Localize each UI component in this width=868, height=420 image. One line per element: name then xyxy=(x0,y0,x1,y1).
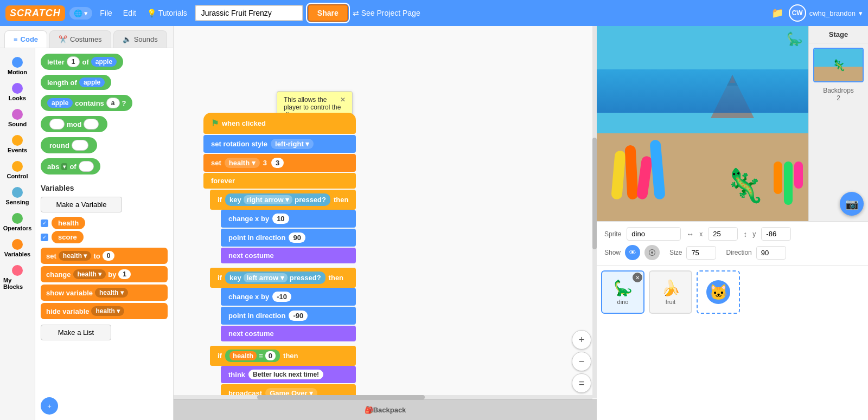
if-block-3[interactable]: if health = 0 then xyxy=(210,346,356,366)
edit-menu[interactable]: Edit xyxy=(120,9,139,17)
zoom-out-button[interactable]: − xyxy=(572,352,591,371)
block-show-variable[interactable]: show variable health ▾ xyxy=(41,285,168,301)
stage-backdrop-thumb[interactable]: 🦎 xyxy=(813,48,864,82)
block-contains[interactable]: apple contains a ? xyxy=(41,95,168,111)
health-cond-var[interactable]: health xyxy=(229,351,257,360)
sprite-name-input[interactable] xyxy=(627,227,681,241)
health-equals-block[interactable]: health = 0 xyxy=(225,350,280,362)
x-input[interactable] xyxy=(708,227,738,241)
if-block-2[interactable]: if key left arrow ▾ pressed? then xyxy=(210,268,356,288)
camera-icon[interactable]: 📷 xyxy=(840,192,864,216)
sidebar-item-sound[interactable]: Sound xyxy=(1,106,34,131)
block-letter-of[interactable]: letter 1 of apple xyxy=(41,54,168,70)
contains-a[interactable]: a xyxy=(106,98,120,108)
sidebar-item-control[interactable]: Control xyxy=(1,158,34,183)
three-value[interactable]: 3 xyxy=(271,158,284,168)
backpack-bar[interactable]: 🎒 Backpack xyxy=(174,399,597,420)
size-input[interactable] xyxy=(686,246,716,260)
sidebar-item-events[interactable]: Events xyxy=(1,132,34,157)
sidebar-item-myblocks[interactable]: My Blocks xyxy=(1,262,34,293)
right-arrow-dropdown[interactable]: right arrow ▾ xyxy=(244,195,293,204)
set-health-val[interactable]: 0 xyxy=(103,251,115,261)
key-sensing-block-1[interactable]: key right arrow ▾ pressed? xyxy=(225,193,330,206)
think-block[interactable]: think Better luck next time! xyxy=(221,366,356,383)
language-selector[interactable]: 🌐 ▾ xyxy=(69,7,93,20)
ghost-toggle-button[interactable]: ⦿ xyxy=(644,245,660,260)
score-variable-badge[interactable]: score xyxy=(52,231,84,243)
project-name-input[interactable] xyxy=(195,5,303,21)
neg-ten-value[interactable]: -10 xyxy=(272,292,291,302)
make-list-button[interactable]: Make a List xyxy=(41,325,111,340)
health-dropdown-block[interactable]: health ▾ xyxy=(225,158,260,168)
letter-value[interactable]: 1 xyxy=(67,56,80,67)
ninety-value[interactable]: 90 xyxy=(289,232,305,243)
set-rotation-block[interactable]: set rotation style left-right ▾ xyxy=(203,135,356,153)
set-health-dropdown[interactable]: health ▾ xyxy=(59,251,92,261)
sidebar-item-motion[interactable]: Motion xyxy=(1,54,34,79)
sprite-delete-dino[interactable]: ✕ xyxy=(633,273,642,282)
zoom-reset-button[interactable]: = xyxy=(572,373,591,393)
rotation-dropdown[interactable]: left-right ▾ xyxy=(271,139,314,149)
block-set-health[interactable]: set health ▾ to 0 xyxy=(41,248,168,264)
next-costume-1-block[interactable]: next costume xyxy=(221,248,356,263)
share-button[interactable]: Share xyxy=(308,4,348,22)
block-length-of[interactable]: length of apple xyxy=(41,75,168,90)
tutorials-link[interactable]: 💡 Tutorials xyxy=(144,9,190,17)
change-health-val[interactable]: 1 xyxy=(118,269,131,279)
mod-right[interactable] xyxy=(84,119,99,130)
point-direction-90-block[interactable]: point in direction 90 xyxy=(221,229,356,247)
ten-value[interactable]: 10 xyxy=(272,214,289,224)
block-mod[interactable]: mod xyxy=(41,116,168,132)
h-scrollbar-thumb[interactable] xyxy=(257,395,425,399)
cat-add-icon[interactable]: 🐱 xyxy=(706,280,730,304)
sprite-thumb-dino[interactable]: ✕ 🦕 dino xyxy=(601,270,644,314)
code-canvas[interactable]: ✕ This allows the player to control the … xyxy=(174,26,597,420)
show-toggle-button[interactable]: 👁 xyxy=(625,245,640,260)
block-change-health[interactable]: change health ▾ by 1 xyxy=(41,266,168,282)
add-extension-button[interactable]: + xyxy=(41,397,58,415)
set-health-to-3-block[interactable]: set health ▾ 3 3 xyxy=(203,154,356,172)
better-luck-value[interactable]: Better luck next time! xyxy=(248,370,323,379)
dino-sprite[interactable]: 🦎 xyxy=(724,166,765,205)
user-avatar-area[interactable]: CW cwhq_brandon ▾ xyxy=(789,4,863,22)
make-variable-button[interactable]: Make a Variable xyxy=(41,197,122,212)
sidebar-item-operators[interactable]: Operators xyxy=(1,210,34,235)
neg-ninety-value[interactable]: -90 xyxy=(289,311,308,321)
round-value[interactable] xyxy=(72,140,88,151)
change-health-dropdown[interactable]: health ▾ xyxy=(73,269,106,279)
block-hide-variable[interactable]: hide variable health ▾ xyxy=(41,303,168,319)
health-variable-badge[interactable]: health xyxy=(52,217,85,229)
if-block-1[interactable]: if key right arrow ▾ pressed? then xyxy=(210,190,356,210)
abs-dropdown[interactable]: ▾ xyxy=(61,163,67,170)
see-project-button[interactable]: ⇄ See Project Page xyxy=(353,9,420,17)
tooltip-close-button[interactable]: ✕ xyxy=(340,96,346,104)
file-menu[interactable]: File xyxy=(97,9,116,17)
change-x-neg10-block[interactable]: change x by -10 xyxy=(221,288,356,306)
add-sprite-button[interactable]: 🐱 xyxy=(697,270,740,314)
show-var-dropdown[interactable]: health ▾ xyxy=(95,288,128,298)
abs-value[interactable] xyxy=(79,161,94,172)
key-sensing-block-2[interactable]: key left arrow ▾ pressed? xyxy=(225,272,326,284)
vertical-scrollbar[interactable] xyxy=(592,26,597,398)
health-checkbox[interactable]: ✓ xyxy=(41,219,48,227)
point-direction-neg90-block[interactable]: point in direction -90 xyxy=(221,307,356,325)
change-x-10-block[interactable]: change x by 10 xyxy=(221,210,356,228)
when-flag-clicked-block[interactable]: ⚑ when clicked xyxy=(203,113,356,134)
sidebar-item-looks[interactable]: Looks xyxy=(1,80,34,105)
sidebar-item-sensing[interactable]: Sensing xyxy=(1,184,34,209)
zero-cond-val[interactable]: 0 xyxy=(265,351,276,360)
direction-input[interactable] xyxy=(756,246,786,260)
tab-costumes[interactable]: ✂️ Costumes xyxy=(49,30,111,48)
hide-var-dropdown[interactable]: health ▾ xyxy=(91,306,124,316)
scrollbar-thumb[interactable] xyxy=(592,138,597,249)
sidebar-item-variables[interactable]: Variables xyxy=(1,236,34,261)
sprite-thumb-fruit[interactable]: 🍌 fruit xyxy=(649,270,692,314)
block-abs-of[interactable]: abs ▾ of xyxy=(41,158,168,175)
forever-block[interactable]: forever xyxy=(203,173,356,189)
horizontal-scrollbar[interactable] xyxy=(174,395,592,399)
next-costume-2-block[interactable]: next costume xyxy=(221,326,356,341)
add-backdrop-button[interactable]: 📷 xyxy=(840,192,864,216)
folder-icon[interactable]: 📁 xyxy=(771,7,783,19)
score-checkbox[interactable]: ✓ xyxy=(41,234,48,241)
block-round[interactable]: round xyxy=(41,137,168,153)
